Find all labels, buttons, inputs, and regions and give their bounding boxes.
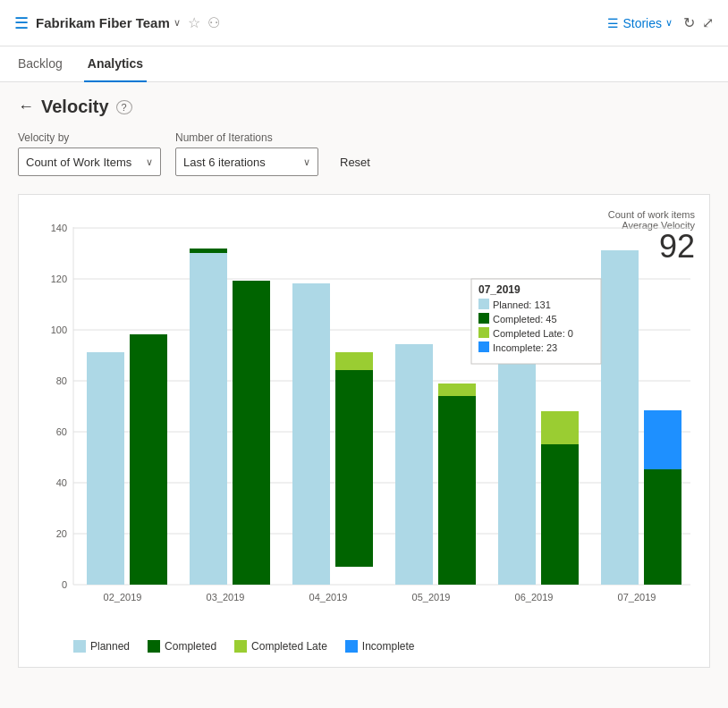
refresh-button[interactable]: ↻	[683, 14, 695, 31]
chart-area: 0 20 40 60 80 100 120 140	[33, 209, 695, 653]
bar-group-1	[190, 249, 270, 585]
incomplete-swatch	[345, 640, 358, 653]
bar-group-5	[601, 250, 681, 585]
reset-button[interactable]: Reset	[333, 148, 377, 176]
planned-swatch	[73, 640, 86, 653]
legend-completed: Completed	[148, 640, 216, 653]
x-label-5: 07_2019	[618, 592, 656, 603]
controls: Velocity by Count of Work Items ∨ Number…	[18, 131, 710, 176]
svg-text:Completed Late: 0: Completed Late: 0	[493, 328, 573, 339]
velocity-by-chevron-icon: ∨	[146, 156, 153, 168]
bar-completed-2	[335, 352, 373, 567]
svg-text:0: 0	[62, 579, 67, 590]
stories-dropdown[interactable]: ☰ Stories ∨	[607, 16, 673, 30]
svg-text:80: 80	[56, 375, 67, 386]
header: ☰ Fabrikam Fiber Team ∨ ☆ ⚇ ☰ Stories ∨ …	[0, 0, 728, 46]
velocity-chart: 0 20 40 60 80 100 120 140	[33, 209, 704, 620]
bar-group-2	[292, 283, 373, 585]
svg-text:Incomplete: 23: Incomplete: 23	[493, 342, 557, 353]
stories-label: Stories	[622, 16, 662, 30]
help-icon[interactable]: ?	[116, 100, 132, 114]
completed-late-label: Completed Late	[251, 640, 327, 653]
completed-swatch	[148, 640, 160, 653]
x-label-2: 04_2019	[309, 592, 348, 603]
velocity-by-group: Velocity by Count of Work Items ∨	[18, 131, 161, 176]
bar-completed-5	[644, 469, 681, 585]
bar-group-0	[87, 334, 167, 585]
planned-label: Planned	[90, 640, 130, 653]
chart-container: Count of work items Average Velocity 92 …	[18, 194, 710, 668]
bar-completed-0	[130, 334, 167, 585]
svg-text:Completed: 45: Completed: 45	[493, 314, 557, 324]
bar-completed-top-1	[190, 249, 227, 253]
back-button[interactable]: ←	[18, 97, 34, 116]
bar-completedlate-3	[438, 384, 476, 396]
svg-text:07_2019: 07_2019	[478, 283, 521, 296]
iterations-label: Number of Iterations	[175, 131, 318, 144]
iterations-dropdown[interactable]: Last 6 iterations ∨	[175, 148, 318, 176]
iterations-chevron-icon: ∨	[303, 156, 310, 168]
team-title: Fabrikam Fiber Team	[36, 15, 170, 30]
bar-completedlate-2	[335, 352, 373, 370]
svg-text:100: 100	[51, 324, 67, 335]
tab-analytics[interactable]: Analytics	[84, 46, 147, 82]
team-chevron-icon[interactable]: ∨	[174, 17, 181, 29]
page-title: Velocity	[41, 97, 109, 117]
bar-completed-3	[438, 384, 476, 585]
bar-planned-4	[498, 352, 536, 585]
bar-planned-5	[601, 250, 639, 585]
chart-legend: Planned Completed Completed Late Incompl…	[73, 633, 695, 653]
x-label-1: 03_2019	[207, 592, 245, 603]
velocity-by-label: Velocity by	[18, 131, 161, 144]
velocity-by-value: Count of Work Items	[26, 156, 131, 169]
bar-planned-3	[395, 344, 433, 585]
bar-group-3	[395, 344, 476, 585]
incomplete-label: Incomplete	[362, 640, 415, 653]
stories-icon: ☰	[607, 16, 619, 30]
iterations-group: Number of Iterations Last 6 iterations ∨	[175, 131, 318, 176]
bar-completedlate-4	[541, 411, 579, 444]
page-content: ← Velocity ? Velocity by Count of Work I…	[0, 82, 728, 708]
svg-rect-23	[478, 327, 489, 338]
svg-rect-25	[478, 341, 489, 352]
title-row: ← Velocity ?	[18, 97, 710, 117]
legend-incomplete: Incomplete	[345, 640, 415, 653]
bar-planned-2	[292, 283, 330, 585]
svg-text:20: 20	[56, 528, 67, 539]
bar-group-4	[498, 352, 579, 585]
bar-completed-1	[233, 281, 270, 585]
legend-completed-late: Completed Late	[234, 640, 327, 653]
svg-rect-21	[478, 313, 489, 324]
expand-button[interactable]: ⤢	[702, 14, 714, 31]
team-members-icon[interactable]: ⚇	[207, 14, 220, 31]
stories-chevron-icon: ∨	[665, 17, 673, 29]
bar-planned-1	[190, 253, 227, 585]
svg-rect-19	[478, 299, 489, 309]
chart-tooltip: 07_2019 Planned: 131 Completed: 45 Compl…	[471, 279, 601, 364]
svg-text:120: 120	[51, 274, 67, 284]
bar-incomplete-5	[644, 410, 681, 469]
x-label-3: 05_2019	[412, 592, 451, 603]
x-label-4: 06_2019	[515, 592, 554, 603]
nav-tabs: Backlog Analytics	[0, 46, 728, 82]
legend-planned: Planned	[73, 640, 130, 653]
completed-late-swatch	[234, 640, 247, 653]
favorite-icon[interactable]: ☆	[188, 14, 200, 31]
tab-backlog[interactable]: Backlog	[14, 46, 66, 82]
svg-text:40: 40	[56, 477, 67, 488]
svg-text:Planned: 131: Planned: 131	[493, 299, 551, 310]
iterations-value: Last 6 iterations	[183, 156, 266, 169]
x-label-0: 02_2019	[104, 592, 142, 603]
svg-text:60: 60	[56, 426, 67, 437]
velocity-by-dropdown[interactable]: Count of Work Items ∨	[18, 148, 161, 176]
bar-planned-0	[87, 352, 124, 585]
svg-text:140: 140	[51, 223, 67, 233]
completed-label: Completed	[165, 640, 216, 653]
app-icon: ☰	[14, 13, 29, 33]
